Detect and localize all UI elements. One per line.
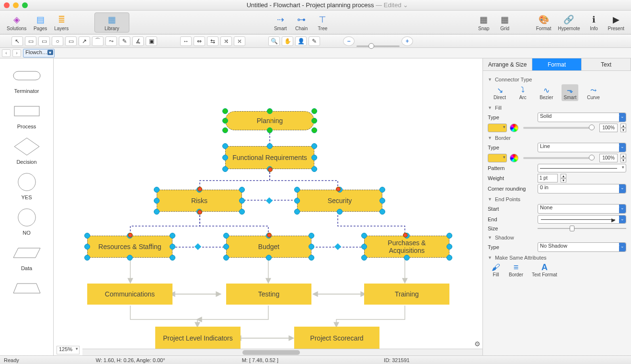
info-button[interactable]: ℹInfo xyxy=(584,13,604,32)
node-functional-requirements[interactable]: Functional Requirements xyxy=(225,146,314,169)
format-panel-button[interactable]: 🎨Format xyxy=(533,13,554,32)
node-testing[interactable]: Testing xyxy=(226,284,311,305)
canvas-wrap: Planning ✦ Functional Requirements Risks… xyxy=(54,58,482,355)
container-tool[interactable]: ▣ xyxy=(146,36,157,46)
border-opacity-value[interactable]: 100% xyxy=(599,154,618,162)
pattern-select[interactable] xyxy=(538,164,626,172)
chain-button[interactable]: ⊶Chain xyxy=(291,13,311,32)
border-header[interactable]: Border xyxy=(488,135,626,141)
border-opacity-slider[interactable] xyxy=(523,157,595,159)
size-slider[interactable] xyxy=(538,225,626,232)
node-project-scorecard[interactable]: Project Scorecard xyxy=(294,327,379,350)
node-communications[interactable]: Communications xyxy=(87,284,172,305)
same-border-button[interactable]: ≡Border xyxy=(509,262,523,277)
nav-forward-button[interactable]: › xyxy=(12,49,21,57)
snap-button[interactable]: ▦Snap xyxy=(474,13,494,32)
tab-format[interactable]: Format xyxy=(532,58,582,70)
border-color-swatch[interactable] xyxy=(488,154,507,162)
border-color-wheel-icon[interactable] xyxy=(510,154,518,162)
canvas[interactable]: Planning ✦ Functional Requirements Risks… xyxy=(54,58,482,355)
start-select[interactable]: None⌃⌄ xyxy=(538,204,626,214)
shape-data[interactable]: Data xyxy=(0,243,53,271)
shape-trapezoid[interactable] xyxy=(0,279,53,301)
solutions-button[interactable]: ◈Solutions xyxy=(4,13,29,32)
ellipse-tool[interactable]: ○ xyxy=(52,36,63,46)
scrollbar-thumb[interactable] xyxy=(242,350,300,355)
eyedropper-tool[interactable]: ✎ xyxy=(309,36,320,46)
present-button[interactable]: ▶Present xyxy=(605,13,627,32)
align-tool-4[interactable]: ⤭ xyxy=(220,36,232,46)
tab-arrange-size[interactable]: Arrange & Size xyxy=(483,58,532,70)
shape-no[interactable]: NO xyxy=(0,208,53,236)
horizontal-scrollbar[interactable] xyxy=(82,349,482,355)
shadow-header[interactable]: Shadow xyxy=(488,235,626,240)
node-training[interactable]: Training xyxy=(364,284,449,305)
grid-button[interactable]: ▦Grid xyxy=(495,13,515,32)
tab-text[interactable]: Text xyxy=(582,58,631,70)
connector-direct[interactable]: ↘Direct xyxy=(492,84,508,101)
node-project-level-indicators[interactable]: Project Level Indicators xyxy=(155,327,241,350)
measure-tool[interactable]: ∡ xyxy=(132,36,144,46)
weight-stepper[interactable]: ▲▼ xyxy=(561,174,566,182)
align-tool-1[interactable]: ↔ xyxy=(180,36,192,46)
pen-tool[interactable]: ✎ xyxy=(119,36,130,46)
smart-connector-button[interactable]: ⇢Smart xyxy=(270,13,290,32)
shape-yes[interactable]: YES xyxy=(0,172,53,200)
nav-back-button[interactable]: ‹ xyxy=(2,49,11,57)
fill-opacity-slider[interactable] xyxy=(523,127,595,129)
connector-curve[interactable]: ⤳Curve xyxy=(585,84,602,101)
shape-terminator[interactable]: Terminator xyxy=(0,66,53,94)
close-icon[interactable] xyxy=(4,2,10,8)
pages-button[interactable]: ▤Pages xyxy=(30,13,50,32)
same-attrs-header[interactable]: Make Same Attributes xyxy=(488,255,626,261)
arc-tool[interactable]: ⌒ xyxy=(92,36,103,46)
zoom-out-button[interactable]: − xyxy=(343,36,355,46)
zoom-in-button[interactable]: + xyxy=(402,36,413,46)
line-tool[interactable]: ↗ xyxy=(79,36,90,46)
pan-tool[interactable]: ✋ xyxy=(282,36,293,46)
border-type-select[interactable]: Line⌃⌄ xyxy=(538,143,626,152)
pages-icon: ▤ xyxy=(34,14,46,25)
title-dropdown-icon[interactable]: ⌄ xyxy=(403,1,408,9)
connector-smart[interactable]: ⬎Smart xyxy=(562,84,578,101)
border-opacity-stepper[interactable]: ▲▼ xyxy=(620,154,626,162)
fill-header[interactable]: Fill xyxy=(488,105,626,111)
same-text-format-button[interactable]: AText Format xyxy=(532,262,557,277)
shape-decision[interactable]: Decision xyxy=(0,137,53,165)
spline-tool[interactable]: ⤳ xyxy=(105,36,117,46)
end-select[interactable]: ▶⌃⌄ xyxy=(538,215,626,224)
endpoints-header[interactable]: End Points xyxy=(488,196,626,202)
shape-process[interactable]: Process xyxy=(0,102,53,129)
hypernote-button[interactable]: 🔗Hypernote xyxy=(555,13,583,32)
fill-color-swatch[interactable] xyxy=(488,124,507,132)
same-fill-button[interactable]: 🖌Fill xyxy=(492,262,500,277)
weight-input[interactable]: 1 pt xyxy=(538,174,558,182)
connector-bezier[interactable]: ∿Bezier xyxy=(538,84,555,101)
fill-opacity-value[interactable]: 100% xyxy=(599,124,618,132)
corner-rounding-select[interactable]: 0 in⌃⌄ xyxy=(538,184,626,193)
fill-opacity-stepper[interactable]: ▲▼ xyxy=(620,124,626,132)
shadow-type-select[interactable]: No Shadow⌃⌄ xyxy=(538,242,626,252)
library-button[interactable]: ▦Library xyxy=(94,12,129,33)
zoom-select[interactable]: 125% xyxy=(57,346,80,354)
layers-button[interactable]: ≣Layers xyxy=(51,13,71,32)
rect-tool[interactable]: ▭ xyxy=(38,36,50,46)
page-selector[interactable]: Flowch… xyxy=(23,49,55,57)
select-tool[interactable]: ↖ xyxy=(11,36,23,46)
connector-arc[interactable]: ⤵Arc xyxy=(515,84,531,101)
connector-type-header[interactable]: Connector Type xyxy=(488,77,626,82)
zoom-control[interactable]: 125% xyxy=(57,346,80,354)
tree-button[interactable]: ⊤Tree xyxy=(312,13,333,32)
maximize-icon[interactable] xyxy=(22,2,28,8)
align-tool-2[interactable]: ⇔ xyxy=(194,36,205,46)
zoom-tool[interactable]: 🔍 xyxy=(268,36,280,46)
marquee-tool[interactable]: ▭ xyxy=(25,36,36,46)
canvas-settings-icon[interactable]: ⚙ xyxy=(474,340,481,348)
text-tool[interactable]: ▭ xyxy=(65,36,77,46)
minimize-icon[interactable] xyxy=(13,2,19,8)
fill-color-wheel-icon[interactable] xyxy=(510,124,518,132)
align-tool-5[interactable]: ⤫ xyxy=(234,36,245,46)
stamp-tool[interactable]: 👤 xyxy=(295,36,307,46)
align-tool-3[interactable]: ⇆ xyxy=(207,36,218,46)
fill-type-select[interactable]: Solid⌃⌄ xyxy=(538,113,626,122)
